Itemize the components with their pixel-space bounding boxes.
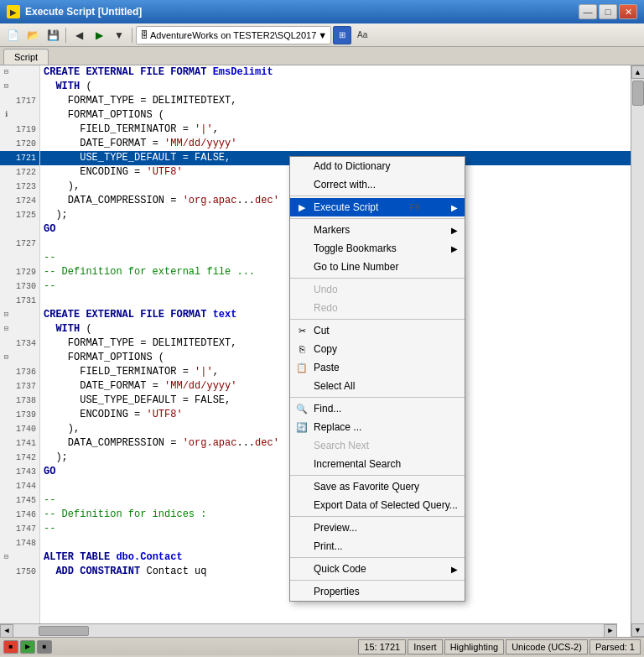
menu-sep8 — [290, 557, 465, 558]
correct-with-label: Correct with... — [314, 179, 376, 190]
open-button[interactable]: 📂 — [23, 26, 42, 44]
db-label: AdventureWorks on TESTER2\SQL2017 — [150, 30, 316, 40]
menu-redo: Redo — [290, 299, 465, 317]
scroll-down-button[interactable]: ▼ — [631, 623, 645, 637]
replace-icon: 🔄 — [295, 420, 309, 434]
window-title: Execute Script [Untitled] — [25, 6, 142, 18]
toolbar: 📄 📂 💾 ◀ ▶ ▼ 🗄 AdventureWorks on TESTER2\… — [0, 23, 644, 47]
paste-icon: 📋 — [295, 361, 309, 374]
menu-toggle-bookmarks[interactable]: Toggle Bookmarks ▶ — [290, 239, 465, 258]
menu-preview[interactable]: Preview... — [290, 519, 465, 537]
code-line: CREATE EXTERNAL FILE FORMAT EmsDelimit — [40, 65, 631, 80]
tab-bar: Script — [0, 47, 644, 65]
redo-label: Redo — [314, 302, 338, 314]
menu-sep7 — [290, 516, 465, 517]
menu-sep3 — [290, 278, 465, 279]
quick-code-arrow: ▶ — [451, 565, 458, 574]
execute-script-label: Execute Script — [314, 201, 378, 213]
edit-mode: Insert — [408, 639, 443, 654]
markers-arrow: ▶ — [451, 226, 458, 235]
scroll-track[interactable] — [13, 624, 604, 637]
properties-label: Properties — [314, 586, 360, 597]
find-label: Find... — [314, 403, 341, 415]
menu-sep9 — [290, 580, 465, 581]
maximize-button[interactable]: □ — [599, 4, 617, 19]
execute-shortcut: F9 — [410, 203, 420, 212]
menu-replace[interactable]: 🔄 Replace ... — [290, 418, 465, 436]
cut-icon: ✂ — [295, 324, 309, 337]
minimize-button[interactable]: — — [579, 4, 597, 19]
db-selector[interactable]: 🗄 AdventureWorks on TESTER2\SQL2017 ▼ — [136, 26, 331, 44]
toolbar-sep2 — [132, 28, 132, 43]
menu-paste[interactable]: 📋 Paste — [290, 358, 465, 377]
menu-export-data[interactable]: Export Data of Selected Query... — [290, 496, 465, 514]
quick-code-label: Quick Code — [314, 563, 366, 575]
menu-execute-script[interactable]: ▶ Execute Script F9 ▶ — [290, 198, 465, 216]
export-data-label: Export Data of Selected Query... — [314, 499, 458, 511]
menu-quick-code[interactable]: Quick Code ▶ — [290, 560, 465, 578]
copy-icon: ⎘ — [295, 342, 309, 356]
line-numbers: ⊟ ⊟ 1717 ℹ 1719 1720 1721 1722 1723 1724… — [0, 65, 40, 637]
execute-icon: ▶ — [295, 201, 309, 214]
menu-go-to-line[interactable]: Go to Line Number — [290, 258, 465, 276]
menu-properties[interactable]: Properties — [290, 582, 465, 601]
bookmarks-arrow: ▶ — [451, 244, 458, 253]
script-tab[interactable]: Script — [3, 49, 49, 65]
menu-correct-with[interactable]: Correct with... — [290, 175, 465, 194]
window-controls: — □ ✕ — [579, 4, 637, 19]
code-line: FORMAT_TYPE = DELIMITEDTEXT, — [40, 94, 631, 108]
scroll-thumb[interactable] — [632, 81, 644, 106]
menu-select-all[interactable]: Select All — [290, 377, 465, 395]
toolbar-sep1 — [65, 28, 66, 43]
horizontal-scrollbar[interactable]: ◀ ▶ — [0, 623, 617, 637]
markers-label: Markers — [314, 224, 350, 236]
menu-add-dictionary[interactable]: Add to Dictionary — [290, 157, 465, 175]
menu-cut[interactable]: ✂ Cut — [290, 321, 465, 340]
menu-sep4 — [290, 319, 465, 320]
toggle-bookmarks-label: Toggle Bookmarks — [314, 242, 397, 254]
undo-label: Undo — [314, 284, 338, 295]
back-button[interactable]: ◀ — [70, 26, 88, 44]
scroll-thumb[interactable] — [39, 626, 89, 636]
menu-find[interactable]: 🔍 Find... — [290, 399, 465, 418]
vertical-scrollbar[interactable]: ▲ ▼ — [631, 65, 644, 637]
pause-button[interactable]: ■ — [37, 640, 52, 654]
paste-label: Paste — [314, 362, 340, 373]
new-button[interactable]: 📄 — [3, 26, 22, 44]
status-bar: ■ ▶ ■ 15: 1721 Insert Highlighting Unico… — [0, 637, 644, 655]
code-line: FIELD_TERMINATOR = '|', — [40, 123, 631, 137]
code-line: DATE_FORMAT = 'MM/dd/yyyy' — [40, 137, 631, 151]
select-all-label: Select All — [314, 380, 355, 392]
scroll-up-button[interactable]: ▲ — [631, 65, 645, 79]
save-button[interactable]: 💾 — [44, 26, 62, 44]
menu-search-next: Search Next — [290, 436, 465, 455]
parsed-status: Parsed: 1 — [589, 639, 641, 654]
menu-save-favorite[interactable]: Save as Favorite Query — [290, 477, 465, 496]
menu-copy[interactable]: ⎘ Copy — [290, 340, 465, 358]
menu-sep2 — [290, 218, 465, 219]
toggle-btn1[interactable]: ⊞ — [333, 26, 351, 44]
run-dropdown[interactable]: ▼ — [110, 26, 128, 44]
print-label: Print... — [314, 540, 343, 552]
copy-label: Copy — [314, 343, 337, 355]
run-button[interactable]: ▶ — [90, 26, 108, 44]
add-dictionary-label: Add to Dictionary — [314, 160, 390, 172]
close-button[interactable]: ✕ — [619, 4, 637, 19]
scroll-right-button[interactable]: ▶ — [604, 624, 617, 638]
stop-button[interactable]: ■ — [3, 640, 18, 654]
go-to-line-label: Go to Line Number — [314, 261, 398, 273]
run-status-button[interactable]: ▶ — [20, 640, 35, 654]
preview-label: Preview... — [314, 522, 357, 534]
main-content: ⊟ ⊟ 1717 ℹ 1719 1720 1721 1722 1723 1724… — [0, 65, 644, 637]
menu-sep5 — [290, 397, 465, 398]
menu-incremental-search[interactable]: Incremental Search — [290, 455, 465, 473]
menu-markers[interactable]: Markers ▶ — [290, 221, 465, 239]
scroll-left-button[interactable]: ◀ — [0, 624, 13, 638]
find-icon: 🔍 — [295, 402, 309, 415]
toggle-btn2[interactable]: Aa — [353, 26, 371, 44]
code-line: FORMAT_OPTIONS ( — [40, 108, 631, 123]
cut-label: Cut — [314, 325, 330, 336]
menu-print[interactable]: Print... — [290, 537, 465, 555]
encoding-status: Unicode (UCS-2) — [506, 639, 588, 654]
incremental-search-label: Incremental Search — [314, 458, 401, 470]
